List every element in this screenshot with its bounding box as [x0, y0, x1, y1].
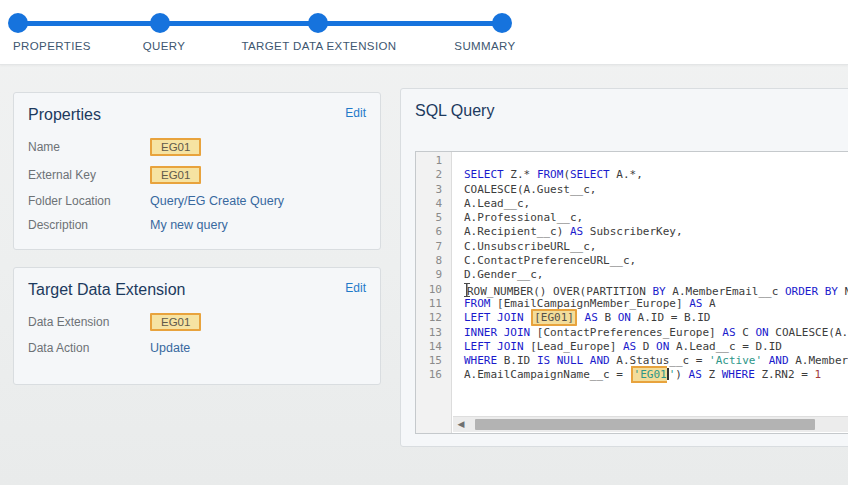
code-line: A.Professional__c, [464, 211, 848, 225]
sql-query-panel: SQL Query 12345678910111213141516 SELECT… [400, 88, 848, 447]
field-row-description: Description My new query [14, 213, 380, 237]
scroll-left-arrow-icon[interactable]: ◀ [455, 419, 467, 430]
target-edit-button[interactable]: Edit [345, 281, 366, 295]
field-label: Description [28, 218, 150, 232]
field-label: Data Extension [28, 315, 150, 329]
query-summary-page: PROPERTIES QUERY TARGET DATA EXTENSION S… [0, 0, 848, 485]
field-label: Data Action [28, 341, 150, 355]
code-line: FROM [EmailCampaignMember_Europe] AS A [464, 297, 848, 311]
code-line: ROW_NUMBER() OVER(PARTITION BY A.MemberE… [464, 283, 848, 297]
field-row-external-key: External Key EG01 [14, 161, 380, 189]
code-line: A.Lead__c, [464, 197, 848, 211]
code-line: LEFT JOIN [EG01] AS B ON A.ID = B.ID [464, 311, 848, 325]
target-panel-title: Target Data Extension [28, 281, 185, 299]
horizontal-scrollbar[interactable]: ◀ [453, 416, 848, 432]
highlighted-value-name: EG01 [150, 138, 201, 156]
stepper-track [18, 21, 502, 26]
code-line: D.Gender__c, [464, 268, 848, 282]
step-dot-query[interactable] [150, 13, 170, 33]
field-value-folder-location: Query/EG Create Query [150, 194, 284, 208]
code-line: C.UnsubscribeURL__c, [464, 240, 848, 254]
sql-panel-title: SQL Query [415, 102, 494, 120]
code-line: SELECT Z.* FROM(SELECT A.*, [464, 168, 848, 182]
code-line: COALESCE(A.Guest__c, [464, 183, 848, 197]
field-value-data-action: Update [150, 341, 190, 355]
properties-edit-button[interactable]: Edit [345, 106, 366, 120]
field-label: Name [28, 140, 150, 154]
gutter: 12345678910111213141516 [416, 152, 452, 433]
highlighted-value-external-key: EG01 [150, 166, 201, 184]
code-line: A.EmailCampaignName__c = 'EG01') AS Z WH… [464, 368, 848, 382]
code-line: INNER JOIN [ContactPreferences_Europe] A… [464, 326, 848, 340]
step-label-query[interactable]: QUERY [143, 40, 186, 52]
step-dot-properties[interactable] [8, 13, 28, 33]
progress-stepper: PROPERTIES QUERY TARGET DATA EXTENSION S… [0, 0, 848, 65]
scrollbar-thumb[interactable] [475, 419, 815, 430]
field-row-data-extension: Data Extension EG01 [14, 308, 380, 336]
step-label-target-data-extension[interactable]: TARGET DATA EXTENSION [241, 40, 396, 52]
code-line: A.Recipient__c) AS SubscriberKey, [464, 225, 848, 239]
step-label-properties[interactable]: PROPERTIES [13, 40, 91, 52]
properties-panel-title: Properties [28, 106, 101, 124]
field-row-data-action: Data Action Update [14, 336, 380, 360]
code-line [464, 154, 848, 168]
field-row-name: Name EG01 [14, 133, 380, 161]
field-value-description: My new query [150, 218, 228, 232]
sql-code[interactable]: SELECT Z.* FROM(SELECT A.*,COALESCE(A.Gu… [453, 152, 848, 417]
field-label: Folder Location [28, 194, 150, 208]
highlighted-value-data-extension: EG01 [150, 313, 201, 331]
properties-panel: Properties Edit Name EG01 External Key E… [13, 92, 381, 250]
step-dot-target-data-extension[interactable] [308, 13, 328, 33]
sql-code-editor[interactable]: 12345678910111213141516 SELECT Z.* FROM(… [415, 151, 848, 434]
code-line: LEFT JOIN [Lead_Europe] AS D ON A.Lead__… [464, 340, 848, 354]
field-row-folder-location: Folder Location Query/EG Create Query [14, 189, 380, 213]
code-line: C.ContactPreferenceURL__c, [464, 254, 848, 268]
step-dot-summary[interactable] [492, 13, 512, 33]
target-data-extension-panel: Target Data Extension Edit Data Extensio… [13, 267, 381, 385]
field-label: External Key [28, 168, 150, 182]
step-label-summary[interactable]: SUMMARY [454, 40, 515, 52]
